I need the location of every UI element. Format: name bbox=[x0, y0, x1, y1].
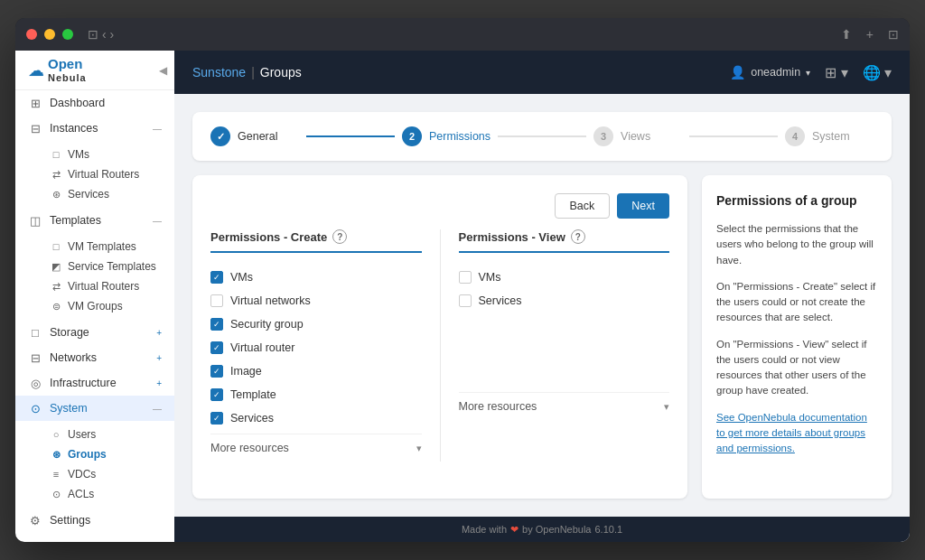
expand-icon: — bbox=[153, 124, 162, 134]
add-icon[interactable]: + bbox=[156, 378, 162, 388]
next-button[interactable]: Next bbox=[617, 193, 669, 219]
step-label-general: General bbox=[238, 130, 277, 143]
sidebar-item-label: Dashboard bbox=[50, 97, 105, 109]
grid-icon[interactable]: ⊞ ▾ bbox=[825, 64, 847, 81]
breadcrumb-page: Groups bbox=[260, 65, 302, 79]
perm-create-image[interactable]: Image bbox=[210, 359, 422, 383]
sidebar-sub-label: Users bbox=[68, 428, 96, 441]
sidebar-item-vms[interactable]: □ VMs bbox=[50, 145, 174, 164]
sidebar-item-users[interactable]: ○ Users bbox=[50, 425, 174, 444]
info-panel: Permissions of a group Select the permis… bbox=[702, 175, 892, 499]
sidebar-item-virtual-routers-tmpl[interactable]: ⇄ Virtual Routers bbox=[50, 276, 174, 296]
sidebar-logo: ☁ Open Nebula ◀ bbox=[15, 51, 174, 90]
perm-create-help[interactable]: ? bbox=[332, 229, 347, 244]
footer-version: 6.10.1 bbox=[595, 524, 623, 535]
window-controls[interactable]: ⊡ ‹ › bbox=[88, 27, 114, 42]
perm-view-vms[interactable]: VMs bbox=[459, 266, 670, 289]
sidebar-item-groups[interactable]: ⊛ Groups bbox=[50, 444, 174, 464]
perm-create-template[interactable]: Template bbox=[210, 383, 422, 406]
checkbox-create-virtualrouter[interactable] bbox=[210, 341, 223, 354]
add-icon[interactable]: + bbox=[156, 328, 162, 338]
sidebar-item-service-templates[interactable]: ◩ Service Templates bbox=[50, 257, 174, 276]
vdcs-icon: ≡ bbox=[50, 468, 62, 481]
wizard-step-general: ✓ General bbox=[210, 126, 299, 146]
checkbox-create-template[interactable] bbox=[210, 388, 223, 401]
step-circle-system: 4 bbox=[785, 126, 805, 146]
topbar: Sunstone | Groups 👤 oneadmin ▾ ⊞ ▾ 🌐 ▾ bbox=[174, 51, 910, 94]
templates-submenu: □ VM Templates ◩ Service Templates ⇄ Vir… bbox=[15, 233, 174, 320]
minimize-button[interactable] bbox=[44, 29, 55, 40]
perm-create-services[interactable]: Services bbox=[210, 406, 422, 430]
sidebar-item-label: Instances bbox=[50, 122, 98, 135]
sidebar-item-system[interactable]: ⊙ System — bbox=[15, 396, 174, 421]
sidebar-item-vdcs[interactable]: ≡ VDCs bbox=[50, 464, 174, 484]
info-text2: On "Permissions - Create" select if the … bbox=[716, 279, 877, 326]
perm-view-header: Permissions - View ? bbox=[459, 229, 670, 253]
expand-icon: — bbox=[153, 216, 162, 226]
step-line-3 bbox=[689, 135, 778, 137]
more-resources-create[interactable]: More resources ▾ bbox=[210, 434, 422, 462]
checkbox-create-services[interactable] bbox=[210, 412, 223, 425]
settings-icon: ⚙ bbox=[28, 513, 42, 527]
perm-create-vms[interactable]: VMs bbox=[210, 266, 422, 289]
users-icon: ○ bbox=[50, 428, 62, 441]
info-link[interactable]: See OpenNebula documentation to get more… bbox=[716, 410, 877, 457]
sidebar-item-instances[interactable]: ⊟ Instances — bbox=[15, 116, 174, 141]
sidebar-item-acls[interactable]: ⊙ ACLs bbox=[50, 484, 174, 504]
wizard-step-views: 3 Views bbox=[593, 126, 682, 146]
more-resources-view[interactable]: More resources ▾ bbox=[459, 392, 670, 420]
breadcrumb: Sunstone | Groups bbox=[192, 65, 730, 79]
sidebar-item-vm-templates[interactable]: □ VM Templates bbox=[50, 237, 174, 257]
close-button[interactable] bbox=[26, 29, 37, 40]
user-menu[interactable]: 👤 oneadmin ▾ bbox=[730, 65, 810, 79]
sidebar-item-storage[interactable]: □ Storage + bbox=[15, 320, 174, 345]
checkbox-view-vms[interactable] bbox=[459, 271, 472, 284]
system-icon: ⊙ bbox=[28, 401, 42, 415]
sidebar-sub-label: Virtual Routers bbox=[68, 168, 139, 181]
sidebar-item-networks[interactable]: ⊟ Networks + bbox=[15, 345, 174, 370]
perm-create-template-label: Template bbox=[230, 388, 276, 401]
info-title: Permissions of a group bbox=[716, 191, 877, 210]
maximize-button[interactable] bbox=[62, 29, 73, 40]
sidebar-sub-label: Virtual Routers bbox=[68, 280, 139, 293]
sidebar-item-settings[interactable]: ⚙ Settings bbox=[15, 508, 174, 533]
perm-create-virtualnetworks[interactable]: Virtual networks bbox=[210, 289, 422, 313]
user-avatar-icon: 👤 bbox=[730, 65, 745, 79]
perm-view-services[interactable]: Services bbox=[459, 289, 670, 313]
fullscreen-icon[interactable]: ⊡ bbox=[888, 27, 899, 42]
checkbox-create-virtualnetworks[interactable] bbox=[210, 294, 223, 307]
acls-icon: ⊙ bbox=[50, 488, 62, 500]
sidebar-item-templates[interactable]: ◫ Templates — bbox=[15, 208, 174, 233]
panel-row: Back Next Permissions - Create ? bbox=[192, 175, 892, 499]
system-submenu: ○ Users ⊛ Groups ≡ VDCs ⊙ ACLs bbox=[15, 421, 174, 508]
sidebar-item-infrastructure[interactable]: ◎ Infrastructure + bbox=[15, 370, 174, 396]
back-button[interactable]: Back bbox=[555, 193, 611, 219]
add-icon[interactable]: + bbox=[156, 353, 162, 363]
checkbox-create-securitygroup[interactable] bbox=[210, 318, 223, 331]
checkbox-create-image[interactable] bbox=[210, 365, 223, 378]
checkbox-view-services[interactable] bbox=[459, 294, 472, 307]
sidebar-collapse-button[interactable]: ◀ bbox=[159, 64, 167, 77]
perm-create-virtualrouter[interactable]: Virtual router bbox=[210, 336, 422, 359]
topbar-right: 👤 oneadmin ▾ ⊞ ▾ 🌐 ▾ bbox=[730, 64, 892, 81]
share-icon[interactable]: ⬆ bbox=[841, 27, 852, 42]
new-tab-icon[interactable]: + bbox=[866, 27, 874, 42]
sidebar-item-virtual-routers-inst[interactable]: ⇄ Virtual Routers bbox=[50, 164, 174, 184]
perm-create-securitygroup[interactable]: Security group bbox=[210, 313, 422, 336]
sidebar-item-label: Settings bbox=[50, 514, 90, 527]
perm-columns: Permissions - Create ? VMs bbox=[210, 229, 669, 462]
footer-text: Made with bbox=[462, 524, 507, 535]
logo-nebula: Nebula bbox=[48, 72, 87, 83]
sidebar-item-label: Networks bbox=[50, 351, 97, 364]
sidebar-item-dashboard[interactable]: ⊞ Dashboard bbox=[15, 90, 174, 116]
sidebar-item-vm-groups[interactable]: ⊜ VM Groups bbox=[50, 296, 174, 316]
panel-nav: Back Next bbox=[210, 193, 669, 219]
globe-icon[interactable]: 🌐 ▾ bbox=[863, 64, 892, 81]
breadcrumb-separator: | bbox=[251, 65, 255, 79]
sidebar-item-services-inst[interactable]: ⊛ Services bbox=[50, 184, 174, 204]
checkbox-create-vms[interactable] bbox=[210, 271, 223, 284]
perm-view-help[interactable]: ? bbox=[571, 229, 585, 244]
perm-create-header: Permissions - Create ? bbox=[210, 229, 422, 253]
step-circle-general: ✓ bbox=[210, 126, 230, 146]
perm-create-services-label: Services bbox=[230, 412, 274, 425]
